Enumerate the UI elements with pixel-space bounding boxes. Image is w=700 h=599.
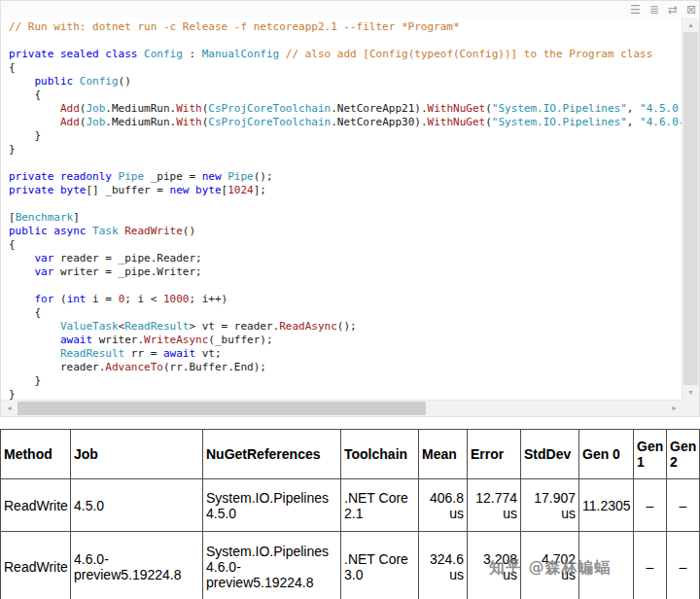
cell-error: 12.774 us xyxy=(468,479,521,532)
code-line: } xyxy=(9,143,682,157)
code-line xyxy=(9,279,682,293)
col-header-gen0: Gen 0 xyxy=(579,430,634,479)
col-header-gen1: Gen 1 xyxy=(634,430,667,479)
code-line: } xyxy=(9,374,682,388)
code-line: [Benchmark] xyxy=(9,211,682,225)
col-header-toolchain: Toolchain xyxy=(341,430,419,479)
code-line: private sealed class Config : ManualConf… xyxy=(9,48,682,61)
scroll-up-arrow-icon[interactable]: ▲ xyxy=(682,18,699,32)
cell-gen0: 11.2305 xyxy=(579,479,634,532)
code-line: await writer.WriteAsync(_buffer); xyxy=(9,334,682,347)
code-line: public Config() xyxy=(9,75,682,88)
cell-mean: 406.8 us xyxy=(419,479,468,532)
table-row: ReadWrite 4.5.0 System.IO.Pipelines 4.5.… xyxy=(1,479,700,532)
code-line: ValueTask<ReadResult> vt = reader.ReadAs… xyxy=(9,320,682,334)
swap-arrows-icon[interactable]: ⇄ xyxy=(668,4,678,16)
code-line: { xyxy=(9,238,682,252)
cell-gen2: – xyxy=(667,479,700,532)
scroll-right-arrow-icon[interactable]: ► xyxy=(666,401,682,416)
col-header-stddev: StdDev xyxy=(521,430,579,479)
code-line: Add(Job.MediumRun.With(CsProjCoreToolcha… xyxy=(9,116,682,129)
cell-gen1: – xyxy=(634,479,667,532)
close-icon[interactable]: ⊠ xyxy=(686,4,696,16)
cell-method: ReadWrite xyxy=(1,532,71,599)
menu-icon[interactable]: ☰ xyxy=(630,4,641,16)
cell-nugetreferences: System.IO.Pipelines 4.6.0-preview5.19224… xyxy=(203,532,341,599)
horizontal-scroll-track[interactable] xyxy=(18,401,666,416)
cell-job: 4.5.0 xyxy=(71,479,203,532)
col-header-mean: Mean xyxy=(419,430,468,479)
code-line: for (int i = 0; i < 1000; i++) xyxy=(9,293,682,306)
horizontal-scrollbar[interactable]: ◄ ► xyxy=(1,400,682,416)
code-line: Add(Job.MediumRun.With(CsProjCoreToolcha… xyxy=(9,102,682,116)
zhihu-watermark: 知乎 @森林蝙蝠 xyxy=(489,558,612,579)
scrollbar-corner xyxy=(682,400,699,416)
code-line: } xyxy=(9,129,682,143)
cell-method: ReadWrite xyxy=(1,479,71,532)
cell-stddev: 17.907 us xyxy=(521,479,579,532)
code-line xyxy=(9,157,682,170)
cell-toolchain: .NET Core 2.1 xyxy=(341,479,419,532)
cell-gen2: – xyxy=(667,532,700,599)
cell-nugetreferences: System.IO.Pipelines 4.5.0 xyxy=(203,479,341,532)
code-line: private readonly Pipe _pipe = new Pipe()… xyxy=(9,170,682,184)
cell-gen1: – xyxy=(634,532,667,599)
col-header-job: Job xyxy=(71,430,203,479)
list-icon[interactable]: ≣ xyxy=(649,4,659,16)
code-line: private byte[] _buffer = new byte[1024]; xyxy=(9,184,682,197)
code-editor: // Run with: dotnet run -c Release -f ne… xyxy=(1,18,682,400)
code-line: { xyxy=(9,61,682,75)
col-header-error: Error xyxy=(468,430,521,479)
col-header-method: Method xyxy=(1,430,71,479)
code-line: var writer = _pipe.Writer; xyxy=(9,265,682,279)
scroll-left-arrow-icon[interactable]: ◄ xyxy=(1,401,18,416)
code-line: public async Task ReadWrite() xyxy=(9,225,682,238)
code-line: { xyxy=(9,306,682,320)
vertical-scrollbar[interactable]: ▲ ▼ xyxy=(682,18,699,400)
vertical-scroll-thumb[interactable] xyxy=(683,32,698,385)
snippet-toolbar: ☰ ≣ ⇄ ⊠ xyxy=(1,1,699,18)
code-line: ReadResult rr = await vt; xyxy=(9,347,682,361)
table-header-row: Method Job NuGetReferences Toolchain Mea… xyxy=(1,430,700,479)
code-line: } xyxy=(9,388,682,400)
code-line xyxy=(9,197,682,211)
code-line: { xyxy=(9,88,682,102)
code-line: // Run with: dotnet run -c Release -f ne… xyxy=(9,20,682,34)
code-line: reader.AdvanceTo(rr.Buffer.End); xyxy=(9,361,682,374)
cell-mean: 324.6 us xyxy=(419,532,468,599)
col-header-nugetreferences: NuGetReferences xyxy=(203,430,341,479)
code-snippet-panel: ☰ ≣ ⇄ ⊠ // Run with: dotnet run -c Relea… xyxy=(0,0,700,417)
code-line: var reader = _pipe.Reader; xyxy=(9,252,682,265)
cell-job: 4.6.0-preview5.19224.8 xyxy=(71,532,203,599)
cell-toolchain: .NET Core 3.0 xyxy=(341,532,419,599)
col-header-gen2: Gen 2 xyxy=(667,430,700,479)
code-line xyxy=(9,34,682,48)
horizontal-scroll-thumb[interactable] xyxy=(18,402,426,415)
scroll-down-arrow-icon[interactable]: ▼ xyxy=(682,385,699,400)
